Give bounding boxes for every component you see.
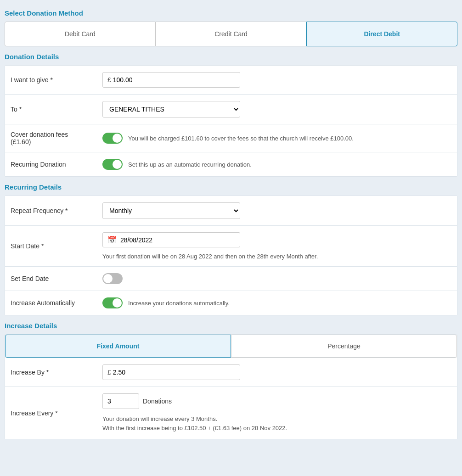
increase-every-row: Increase Every * Donations Your donation… [5, 387, 457, 439]
end-date-knob [103, 274, 113, 283]
recurring-details-title: Recurring Details [5, 183, 457, 191]
recurring-details-section: Recurring Details Repeat Frequency * Mon… [5, 183, 457, 315]
increase-by-value: £ [102, 364, 451, 380]
donation-method-row: Debit Card Credit Card Direct Debit [5, 22, 457, 46]
end-date-value [102, 273, 451, 284]
fixed-amount-tab[interactable]: Fixed Amount [5, 335, 231, 358]
cover-fees-row: Cover donation fees(£1.60) You will be c… [5, 124, 457, 152]
start-date-input[interactable] [120, 236, 212, 244]
increase-every-info: Your donation will increase every 3 Mont… [102, 414, 287, 432]
cover-fees-toggle[interactable] [102, 133, 123, 144]
percentage-tab[interactable]: Percentage [231, 335, 457, 358]
give-input-wrap: £ [102, 72, 240, 88]
recurring-details-card: Repeat Frequency * Monthly Weekly Annual… [5, 196, 457, 315]
increase-every-label: Increase Every * [11, 409, 102, 417]
direct-debit-button[interactable]: Direct Debit [306, 22, 457, 46]
recurring-knob [113, 160, 122, 169]
auto-increase-label: Increase Automatically [11, 299, 102, 307]
auto-increase-value: Increase your donations automatically. [102, 297, 451, 308]
increase-details-card: Fixed Amount Percentage Increase By * £ … [5, 334, 457, 439]
give-prefix: £ [107, 76, 111, 84]
auto-increase-toggle-wrap: Increase your donations automatically. [102, 297, 230, 308]
increase-info-line2: With the first increase being to £102.50… [102, 425, 287, 431]
to-select[interactable]: GENERAL TITHES Other Fund [102, 101, 240, 118]
cover-fees-label: Cover donation fees(£1.60) [11, 131, 102, 146]
increase-details-title: Increase Details [5, 322, 457, 330]
increase-every-inputs: Donations [102, 393, 172, 409]
credit-card-button[interactable]: Credit Card [156, 22, 307, 46]
increase-details-section: Increase Details Fixed Amount Percentage… [5, 322, 457, 439]
frequency-row: Repeat Frequency * Monthly Weekly Annual… [5, 196, 457, 226]
donation-details-card: I want to give * £ To * GENERAL TITHES O… [5, 65, 457, 177]
give-value-wrap: £ [102, 72, 451, 88]
start-date-input-wrap: 📅 [102, 232, 240, 247]
start-date-label: Start Date * [11, 242, 102, 250]
increase-every-suffix: Donations [143, 398, 172, 405]
recurring-value: Set this up as an automatic recurring do… [102, 159, 451, 170]
to-label: To * [11, 106, 102, 113]
to-value-wrap: GENERAL TITHES Other Fund [102, 101, 451, 118]
increase-by-input[interactable] [113, 369, 205, 376]
auto-increase-toggle[interactable] [102, 297, 123, 308]
end-date-label: Set End Date [11, 275, 102, 282]
end-date-toggle[interactable] [102, 273, 123, 284]
select-method-title: Select Donation Method [5, 9, 457, 17]
to-row: To * GENERAL TITHES Other Fund [5, 95, 457, 124]
increase-by-prefix: £ [107, 369, 111, 376]
donation-details-title: Donation Details [5, 53, 457, 61]
recurring-label: Recurring Donation [11, 161, 102, 168]
increase-every-value: Donations Your donation will increase ev… [102, 393, 451, 432]
give-input[interactable] [113, 76, 205, 84]
debit-card-button[interactable]: Debit Card [5, 22, 156, 46]
cover-fees-toggle-wrap: You will be charged £101.60 to cover the… [102, 133, 354, 144]
increase-every-input[interactable] [102, 393, 139, 409]
start-date-info: Your first donation will be on 28 Aug 20… [102, 253, 318, 260]
cover-fees-knob [113, 134, 122, 143]
increase-by-row: Increase By * £ [5, 358, 457, 387]
start-date-value: 📅 Your first donation will be on 28 Aug … [102, 232, 451, 260]
cover-fees-info: You will be charged £101.60 to cover the… [128, 135, 354, 142]
frequency-select[interactable]: Monthly Weekly Annually [102, 202, 240, 219]
frequency-value: Monthly Weekly Annually [102, 202, 451, 219]
increase-info-line1: Your donation will increase every 3 Mont… [102, 415, 217, 422]
donation-details-section: Donation Details I want to give * £ To *… [5, 53, 457, 177]
recurring-row: Recurring Donation Set this up as an aut… [5, 152, 457, 176]
calendar-icon: 📅 [107, 235, 117, 244]
recurring-toggle-wrap: Set this up as an automatic recurring do… [102, 159, 252, 170]
increase-by-input-wrap: £ [102, 364, 240, 380]
increase-by-label: Increase By * [11, 369, 102, 376]
auto-increase-knob [113, 298, 122, 308]
end-date-row: Set End Date [5, 267, 457, 291]
give-label: I want to give * [11, 76, 102, 84]
recurring-info: Set this up as an automatic recurring do… [128, 161, 252, 168]
start-date-row: Start Date * 📅 Your first donation will … [5, 226, 457, 267]
cover-fees-value: You will be charged £101.60 to cover the… [102, 133, 451, 144]
recurring-toggle[interactable] [102, 159, 123, 170]
give-row: I want to give * £ [5, 66, 457, 95]
auto-increase-info: Increase your donations automatically. [128, 300, 230, 307]
increase-tabs: Fixed Amount Percentage [5, 335, 457, 358]
increase-tabs-row: Fixed Amount Percentage [5, 335, 457, 358]
auto-increase-row: Increase Automatically Increase your don… [5, 291, 457, 315]
frequency-label: Repeat Frequency * [11, 207, 102, 214]
